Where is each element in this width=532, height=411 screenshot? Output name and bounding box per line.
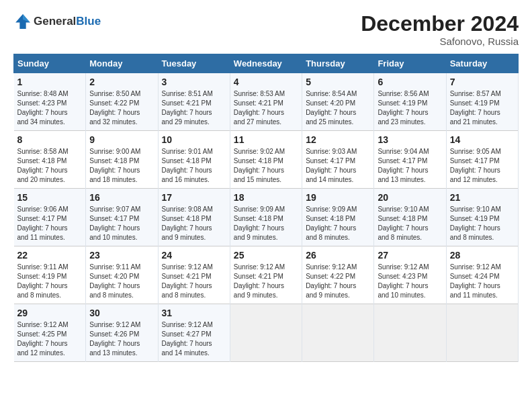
header-day-monday: Monday: [86, 54, 158, 73]
day-info: Sunrise: 9:10 AMSunset: 4:18 PMDaylight:…: [378, 205, 442, 242]
calendar-cell: 9Sunrise: 9:00 AMSunset: 4:18 PMDaylight…: [86, 131, 158, 189]
calendar-cell: 16Sunrise: 9:07 AMSunset: 4:17 PMDayligh…: [86, 188, 158, 246]
day-info: Sunrise: 8:53 AMSunset: 4:21 PMDaylight:…: [234, 89, 298, 127]
header-day-saturday: Saturday: [446, 54, 518, 73]
header-day-tuesday: Tuesday: [158, 54, 230, 73]
calendar-cell: 13Sunrise: 9:04 AMSunset: 4:17 PMDayligh…: [374, 131, 446, 189]
calendar-week-row: 15Sunrise: 9:06 AMSunset: 4:17 PMDayligh…: [14, 188, 519, 246]
day-info: Sunrise: 9:12 AMSunset: 4:23 PMDaylight:…: [378, 263, 442, 300]
day-number: 21: [450, 191, 515, 204]
calendar-cell: 20Sunrise: 9:10 AMSunset: 4:18 PMDayligh…: [374, 188, 446, 246]
day-info: Sunrise: 9:07 AMSunset: 4:17 PMDaylight:…: [89, 205, 154, 242]
day-number: 13: [378, 134, 442, 146]
day-info: Sunrise: 9:12 AMSunset: 4:21 PMDaylight:…: [234, 263, 298, 300]
calendar-cell: [302, 304, 374, 361]
day-number: 3: [162, 76, 226, 89]
day-info: Sunrise: 9:10 AMSunset: 4:19 PMDaylight:…: [450, 205, 515, 242]
calendar-cell: 27Sunrise: 9:12 AMSunset: 4:23 PMDayligh…: [374, 246, 446, 304]
day-number: 1: [17, 76, 83, 89]
day-info: Sunrise: 8:54 AMSunset: 4:20 PMDaylight:…: [306, 89, 370, 127]
calendar-cell: 6Sunrise: 8:56 AMSunset: 4:19 PMDaylight…: [374, 73, 446, 131]
header-day-wednesday: Wednesday: [230, 54, 302, 73]
calendar-cell: 25Sunrise: 9:12 AMSunset: 4:21 PMDayligh…: [230, 246, 302, 304]
calendar-cell: 21Sunrise: 9:10 AMSunset: 4:19 PMDayligh…: [446, 188, 518, 246]
day-number: 26: [306, 249, 370, 262]
day-info: Sunrise: 9:11 AMSunset: 4:20 PMDaylight:…: [89, 263, 154, 300]
day-info: Sunrise: 8:50 AMSunset: 4:22 PMDaylight:…: [89, 89, 154, 127]
day-number: 10: [162, 134, 226, 146]
day-info: Sunrise: 9:12 AMSunset: 4:26 PMDaylight:…: [89, 320, 154, 358]
calendar-cell: 10Sunrise: 9:01 AMSunset: 4:18 PMDayligh…: [158, 131, 230, 189]
day-info: Sunrise: 9:12 AMSunset: 4:25 PMDaylight:…: [17, 320, 83, 358]
header-day-sunday: Sunday: [14, 54, 86, 73]
day-info: Sunrise: 9:08 AMSunset: 4:18 PMDaylight:…: [162, 205, 226, 242]
calendar-cell: 24Sunrise: 9:12 AMSunset: 4:21 PMDayligh…: [158, 246, 230, 304]
day-info: Sunrise: 8:57 AMSunset: 4:19 PMDaylight:…: [450, 89, 515, 127]
day-number: 9: [89, 134, 154, 146]
day-number: 29: [17, 307, 83, 320]
day-number: 19: [306, 191, 370, 204]
day-number: 24: [162, 249, 226, 262]
day-info: Sunrise: 9:12 AMSunset: 4:27 PMDaylight:…: [162, 320, 226, 358]
logo-icon: [13, 12, 32, 31]
calendar-cell: 14Sunrise: 9:05 AMSunset: 4:17 PMDayligh…: [446, 131, 518, 189]
calendar-cell: 3Sunrise: 8:51 AMSunset: 4:21 PMDaylight…: [158, 73, 230, 131]
day-number: 22: [17, 249, 83, 262]
day-number: 7: [450, 76, 515, 89]
calendar-cell: 31Sunrise: 9:12 AMSunset: 4:27 PMDayligh…: [158, 304, 230, 361]
day-number: 14: [450, 134, 515, 146]
header-day-thursday: Thursday: [302, 54, 374, 73]
calendar-cell: 23Sunrise: 9:11 AMSunset: 4:20 PMDayligh…: [86, 246, 158, 304]
day-number: 5: [306, 76, 370, 89]
day-info: Sunrise: 9:00 AMSunset: 4:18 PMDaylight:…: [89, 147, 154, 185]
calendar-cell: 8Sunrise: 8:58 AMSunset: 4:18 PMDaylight…: [14, 131, 86, 189]
logo-text: GeneralBlue: [34, 15, 101, 28]
day-info: Sunrise: 9:01 AMSunset: 4:18 PMDaylight:…: [162, 147, 226, 185]
day-number: 28: [450, 249, 515, 262]
calendar-cell: 30Sunrise: 9:12 AMSunset: 4:26 PMDayligh…: [86, 304, 158, 361]
day-info: Sunrise: 8:51 AMSunset: 4:21 PMDaylight:…: [162, 89, 226, 127]
calendar-cell: 1Sunrise: 8:48 AMSunset: 4:23 PMDaylight…: [14, 73, 86, 131]
day-info: Sunrise: 9:02 AMSunset: 4:18 PMDaylight:…: [234, 147, 298, 185]
calendar-cell: 22Sunrise: 9:11 AMSunset: 4:19 PMDayligh…: [14, 246, 86, 304]
day-info: Sunrise: 8:58 AMSunset: 4:18 PMDaylight:…: [17, 147, 83, 185]
calendar-week-row: 22Sunrise: 9:11 AMSunset: 4:19 PMDayligh…: [14, 246, 519, 304]
calendar-cell: 5Sunrise: 8:54 AMSunset: 4:20 PMDaylight…: [302, 73, 374, 131]
day-info: Sunrise: 9:12 AMSunset: 4:22 PMDaylight:…: [306, 263, 370, 300]
calendar-cell: [446, 304, 518, 361]
header-day-friday: Friday: [374, 54, 446, 73]
calendar-cell: 28Sunrise: 9:12 AMSunset: 4:24 PMDayligh…: [446, 246, 518, 304]
calendar-cell: 2Sunrise: 8:50 AMSunset: 4:22 PMDaylight…: [86, 73, 158, 131]
calendar-cell: 18Sunrise: 9:09 AMSunset: 4:18 PMDayligh…: [230, 188, 302, 246]
day-number: 30: [89, 307, 154, 320]
day-number: 27: [378, 249, 442, 262]
day-info: Sunrise: 9:05 AMSunset: 4:17 PMDaylight:…: [450, 147, 515, 185]
day-number: 23: [89, 249, 154, 262]
day-number: 4: [234, 76, 298, 89]
calendar-cell: 29Sunrise: 9:12 AMSunset: 4:25 PMDayligh…: [14, 304, 86, 361]
day-number: 11: [234, 134, 298, 146]
title-block: December 2024 Safonovo, Russia: [361, 12, 519, 47]
day-info: Sunrise: 9:06 AMSunset: 4:17 PMDaylight:…: [17, 205, 83, 242]
day-number: 31: [162, 307, 226, 320]
calendar-cell: 15Sunrise: 9:06 AMSunset: 4:17 PMDayligh…: [14, 188, 86, 246]
day-info: Sunrise: 8:48 AMSunset: 4:23 PMDaylight:…: [17, 89, 83, 127]
calendar-header-row: SundayMondayTuesdayWednesdayThursdayFrid…: [14, 54, 519, 73]
day-number: 16: [89, 191, 154, 204]
calendar-cell: 7Sunrise: 8:57 AMSunset: 4:19 PMDaylight…: [446, 73, 518, 131]
calendar-week-row: 29Sunrise: 9:12 AMSunset: 4:25 PMDayligh…: [14, 304, 519, 361]
day-number: 20: [378, 191, 442, 204]
calendar-week-row: 1Sunrise: 8:48 AMSunset: 4:23 PMDaylight…: [14, 73, 519, 131]
day-info: Sunrise: 9:12 AMSunset: 4:21 PMDaylight:…: [162, 263, 226, 300]
calendar-cell: 17Sunrise: 9:08 AMSunset: 4:18 PMDayligh…: [158, 188, 230, 246]
day-info: Sunrise: 9:04 AMSunset: 4:17 PMDaylight:…: [378, 147, 442, 185]
day-info: Sunrise: 8:56 AMSunset: 4:19 PMDaylight:…: [378, 89, 442, 127]
day-info: Sunrise: 9:03 AMSunset: 4:17 PMDaylight:…: [306, 147, 370, 185]
calendar-cell: 4Sunrise: 8:53 AMSunset: 4:21 PMDaylight…: [230, 73, 302, 131]
day-number: 2: [89, 76, 154, 89]
logo: GeneralBlue: [13, 12, 101, 31]
calendar-week-row: 8Sunrise: 8:58 AMSunset: 4:18 PMDaylight…: [14, 131, 519, 189]
calendar-cell: 26Sunrise: 9:12 AMSunset: 4:22 PMDayligh…: [302, 246, 374, 304]
day-number: 25: [234, 249, 298, 262]
calendar-title: December 2024: [361, 12, 519, 36]
